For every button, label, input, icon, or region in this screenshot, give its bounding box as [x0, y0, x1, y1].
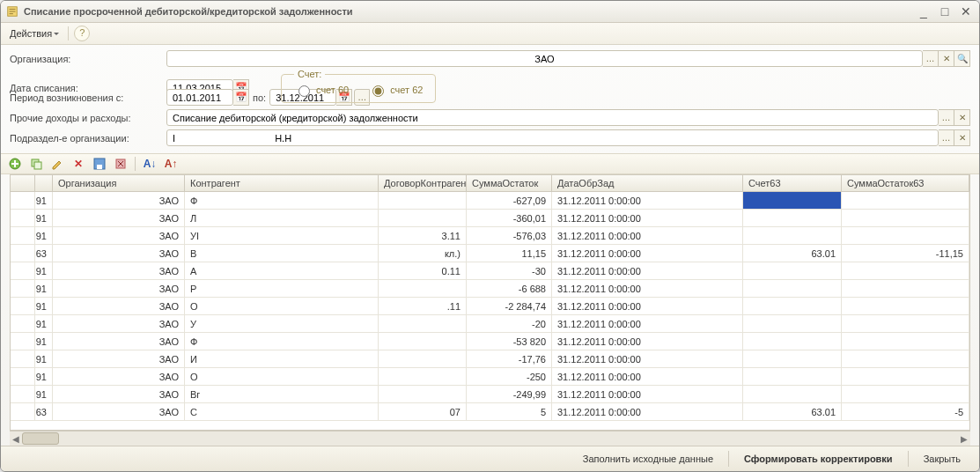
col-sum[interactable]: СуммаОстаток — [467, 175, 552, 191]
cell[interactable]: А — [185, 262, 379, 279]
cell[interactable]: -250 — [467, 368, 552, 385]
col-sum63[interactable]: СуммаОстаток63 — [842, 175, 969, 191]
cell[interactable]: -249,99 — [467, 386, 552, 402]
cell[interactable] — [379, 350, 467, 367]
cell[interactable] — [743, 262, 842, 279]
cell[interactable] — [11, 368, 35, 385]
other-field[interactable] — [166, 109, 939, 126]
edit-row-button[interactable] — [50, 157, 64, 171]
cell[interactable]: 63.01 — [743, 245, 842, 262]
other-clear-button[interactable]: ✕ — [954, 109, 970, 126]
cell[interactable]: 31.12.2011 0:00:00 — [552, 315, 743, 332]
cell[interactable] — [743, 386, 842, 402]
cell[interactable]: -576,03 — [467, 227, 552, 244]
subdiv-clear-button[interactable]: ✕ — [954, 129, 970, 146]
cell[interactable]: 31.12.2011 0:00:00 — [552, 403, 743, 420]
delete-row-button[interactable]: ✕ — [71, 157, 85, 171]
copy-row-button[interactable] — [29, 157, 43, 171]
cell[interactable] — [842, 368, 969, 385]
cell[interactable] — [379, 333, 467, 350]
cell[interactable]: 31.12.2011 0:00:00 — [552, 350, 743, 367]
cell[interactable]: Ф — [185, 333, 379, 350]
cell[interactable]: Вг — [185, 386, 379, 402]
cell[interactable]: ЗАО — [53, 192, 185, 209]
cell[interactable] — [743, 280, 842, 297]
cell[interactable]: ЗАО — [53, 262, 185, 279]
cell[interactable]: 31.12.2011 0:00:00 — [552, 298, 743, 314]
table-row[interactable]: 91ЗАОО.11-2 284,7431.12.2011 0:00:00 — [11, 298, 969, 315]
cell[interactable]: О — [185, 298, 379, 314]
cell[interactable] — [11, 333, 35, 350]
cell[interactable] — [842, 333, 969, 350]
cell[interactable] — [842, 350, 969, 367]
cell[interactable]: 91 — [35, 386, 53, 402]
col-agent[interactable]: Контрагент — [185, 175, 379, 191]
cell[interactable] — [379, 315, 467, 332]
cell[interactable]: Л — [185, 210, 379, 226]
cell[interactable]: ЗАО — [53, 386, 185, 402]
cell[interactable]: -53 820 — [467, 333, 552, 350]
col-acc63[interactable]: Счет63 — [743, 175, 842, 191]
help-button[interactable]: ? — [74, 26, 90, 41]
period-from-field[interactable] — [166, 89, 233, 106]
cell[interactable] — [11, 262, 35, 279]
cell[interactable]: .11 — [379, 298, 467, 314]
cell[interactable] — [379, 280, 467, 297]
sort-desc-button[interactable]: A↑ — [164, 157, 178, 171]
cell[interactable]: ЗАО — [53, 315, 185, 332]
cell[interactable]: ЗАО — [53, 227, 185, 244]
cell[interactable] — [842, 192, 969, 209]
table-row[interactable]: 91ЗАОО-25031.12.2011 0:00:00 — [11, 368, 969, 386]
cell[interactable]: -17,76 — [467, 350, 552, 367]
cell[interactable]: УІ — [185, 227, 379, 244]
period-from-calendar[interactable]: 📅 — [233, 89, 249, 106]
cell[interactable]: 91 — [35, 227, 53, 244]
cell[interactable]: 63.01 — [743, 403, 842, 420]
cell[interactable]: 91 — [35, 192, 53, 209]
scroll-right-icon[interactable]: ▶ — [958, 434, 970, 444]
table-row[interactable]: 91ЗАОУ-2031.12.2011 0:00:00 — [11, 315, 969, 333]
col-date[interactable]: ДатаОбрЗад — [552, 175, 743, 191]
scroll-thumb[interactable] — [22, 432, 59, 445]
cell[interactable]: 31.12.2011 0:00:00 — [552, 192, 743, 209]
cell[interactable]: ЗАО — [53, 333, 185, 350]
cell[interactable]: 3.11 — [379, 227, 467, 244]
cell[interactable]: О — [185, 368, 379, 385]
cell[interactable] — [842, 280, 969, 297]
subdiv-pick-button[interactable]: … — [939, 129, 954, 146]
cell[interactable]: -30 — [467, 262, 552, 279]
table-row[interactable]: 91ЗАОА0.11-3031.12.2011 0:00:00 — [11, 262, 969, 280]
cell[interactable]: ЗАО — [53, 210, 185, 226]
table-row[interactable]: 91ЗАОИ-17,7631.12.2011 0:00:00 — [11, 350, 969, 368]
form-corrections-button[interactable]: Сформировать корректировки — [734, 450, 903, 468]
cell[interactable]: 63 — [35, 245, 53, 262]
cell[interactable] — [842, 262, 969, 279]
cell[interactable]: -20 — [467, 315, 552, 332]
cell[interactable]: С — [185, 403, 379, 420]
cell[interactable] — [743, 350, 842, 367]
cell[interactable]: 63 — [35, 403, 53, 420]
cell[interactable]: ЗАО — [53, 245, 185, 262]
cell[interactable]: ЗАО — [53, 350, 185, 367]
cell[interactable] — [11, 245, 35, 262]
cell[interactable]: Ф — [185, 192, 379, 209]
cell[interactable] — [743, 333, 842, 350]
cell[interactable] — [743, 368, 842, 385]
close-window-button[interactable]: ✕ — [958, 4, 974, 18]
col-rownum[interactable] — [35, 175, 53, 191]
col-org[interactable]: Организация — [53, 175, 185, 191]
cell[interactable]: 07 — [379, 403, 467, 420]
table-row[interactable]: 63ЗАОС07531.12.2011 0:00:0063.01-5 — [11, 403, 969, 421]
cell[interactable]: 91 — [35, 315, 53, 332]
cell[interactable] — [11, 192, 35, 209]
cell[interactable] — [11, 315, 35, 332]
cell[interactable]: -2 284,74 — [467, 298, 552, 314]
cell[interactable] — [743, 192, 842, 209]
table-row[interactable]: 91ЗАОВг-249,9931.12.2011 0:00:00 — [11, 386, 969, 403]
cell[interactable] — [842, 210, 969, 226]
subdiv-field[interactable] — [166, 129, 939, 146]
cell[interactable] — [379, 192, 467, 209]
col-contract[interactable]: ДоговорКонтрагента — [379, 175, 467, 191]
org-clear-button[interactable]: ✕ — [939, 50, 954, 67]
cell[interactable]: 31.12.2011 0:00:00 — [552, 333, 743, 350]
